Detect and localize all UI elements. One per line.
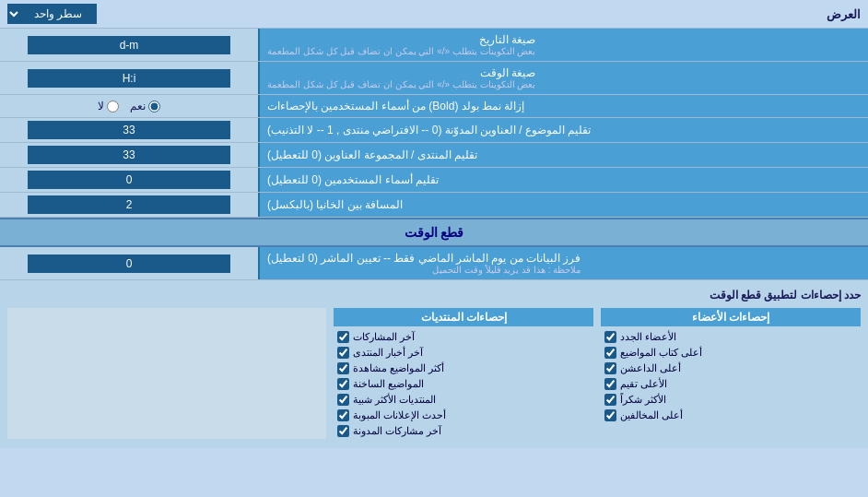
most-viewed-checkbox[interactable] [337,362,349,374]
date-format-label: صيغة التاريخ بعض التكوينات يتطلب «/» الت… [258,29,868,61]
new-members-item: الأعضاء الجدد [601,329,861,345]
top-neg-item: أعلى المخالفين [601,408,861,423]
forum-title-input-area [0,118,258,142]
users-align-input[interactable] [28,171,230,189]
top-posters-checkbox[interactable] [604,347,616,359]
last-news-item: آخر أخبار المنتدى [334,345,593,361]
users-align-label: تقليم أسماء المستخدمين (0 للتعطيل) [258,168,868,192]
top-posters-item: أعلى كتاب المواضيع [601,345,861,361]
col-forums-title: إحصاءات المنتديات [334,308,593,326]
top-lurkers-checkbox[interactable] [604,362,616,374]
forum-group-input[interactable] [28,146,230,164]
date-format-row: صيغة التاريخ بعض التكوينات يتطلب «/» الت… [0,29,868,62]
similar-forums-item: المنتديات الأكثر شبية [334,392,593,408]
last-posts-checkbox[interactable] [337,331,349,343]
section-cutoff-header: قطع الوقت [0,218,868,247]
similar-forums-label: المنتديات الأكثر شبية [353,394,436,406]
top-lurkers-item: أعلى الداعشن [601,361,861,376]
similar-forums-checkbox[interactable] [337,394,349,406]
cutoff-row: فرز البيانات من يوم الماشر الماضي فقط --… [0,247,868,280]
most-thanked-label: الأكثر شكراً [620,394,666,406]
date-format-input-area [0,29,258,61]
top-posters-label: أعلى كتاب المواضيع [620,347,702,359]
users-align-row: تقليم أسماء المستخدمين (0 للتعطيل) [0,168,868,193]
time-format-input-area [0,62,258,94]
display-select[interactable]: سطر واحد سطرين [7,4,97,24]
new-members-label: الأعضاء الجدد [620,331,676,343]
last-collab-checkbox[interactable] [337,425,349,437]
top-lurkers-label: أعلى الداعشن [620,362,681,374]
last-collab-label: آخر مشاركات المدونة [353,425,441,437]
bold-no-radio[interactable] [107,101,119,112]
cutoff-input-area [0,247,258,279]
top-raters-item: الأعلى تقيم [601,376,861,392]
top-neg-label: أعلى المخالفين [620,409,683,421]
last-news-label: آخر أخبار المنتدى [353,347,423,359]
gap-input-area [0,193,258,217]
cutoff-input[interactable] [28,254,230,273]
main-container: العرض سطر واحد سطرين صيغة التاريخ بعض ال… [0,0,868,448]
display-label: العرض [827,7,861,21]
time-format-input[interactable] [28,69,230,88]
forum-group-input-area [0,143,258,167]
forum-group-label: تقليم المنتدى / المجموعة العناوين (0 للت… [258,143,868,167]
most-viewed-item: أكثر المواضيع مشاهدة [334,361,593,376]
users-align-input-area [0,168,258,192]
new-members-checkbox[interactable] [604,331,616,343]
last-posts-item: آخر المشاركات [334,329,593,345]
stats-define-row: حدد إحصاءات لتطبيق قطع الوقت [7,286,861,304]
most-thanked-checkbox[interactable] [604,394,616,406]
forum-group-row: تقليم المنتدى / المجموعة العناوين (0 للت… [0,143,868,168]
checkbox-col-members: إحصاءات الأعضاء الأعضاء الجدد أعلى كتاب … [601,308,861,439]
top-neg-checkbox[interactable] [604,409,616,421]
col-members-title: إحصاءات الأعضاء [601,308,861,326]
hot-topics-checkbox[interactable] [337,378,349,390]
checkboxes-area: إحصاءات الأعضاء الأعضاء الجدد أعلى كتاب … [7,304,861,443]
bold-remove-input-area: نعم لا [0,95,258,117]
display-row: العرض سطر واحد سطرين [0,0,868,29]
most-viewed-label: أكثر المواضيع مشاهدة [353,362,444,374]
cutoff-label: فرز البيانات من يوم الماشر الماضي فقط --… [258,247,868,279]
gap-row: المسافة بين الخانيا (بالبكسل) [0,193,868,218]
bold-yes-radio[interactable] [148,101,160,112]
most-thanked-item: الأكثر شكراً [601,392,861,408]
stats-define-label: حدد إحصاءات لتطبيق قطع الوقت [710,289,861,302]
bold-remove-row: إزالة نمط بولد (Bold) من أسماء المستخدمي… [0,95,868,118]
top-raters-checkbox[interactable] [604,378,616,390]
last-collab-item: آخر مشاركات المدونة [334,423,593,439]
top-raters-label: الأعلى تقيم [620,378,667,390]
stats-section: حدد إحصاءات لتطبيق قطع الوقت إحصاءات الأ… [0,280,868,448]
forum-title-input[interactable] [28,121,230,139]
time-format-label: صيغة الوقت بعض التكوينات يتطلب «/» التي … [258,62,868,94]
bold-remove-label: إزالة نمط بولد (Bold) من أسماء المستخدمي… [258,95,868,117]
recent-ads-item: أحدث الإعلانات المبوبة [334,408,593,423]
last-posts-label: آخر المشاركات [353,331,415,343]
recent-ads-checkbox[interactable] [337,409,349,421]
checkbox-col-right [7,308,326,439]
gap-input[interactable] [28,195,230,214]
bold-yes-label[interactable]: نعم [130,100,160,112]
last-news-checkbox[interactable] [337,347,349,359]
hot-topics-item: المواضيع الساخنة [334,376,593,392]
hot-topics-label: المواضيع الساخنة [353,378,424,390]
checkbox-col-forums: إحصاءات المنتديات آخر المشاركات آخر أخبا… [334,308,593,439]
forum-title-row: تقليم الموضوع / العناوين المدوّنة (0 -- … [0,118,868,143]
forum-title-label: تقليم الموضوع / العناوين المدوّنة (0 -- … [258,118,868,142]
date-format-input[interactable] [28,36,230,54]
time-format-row: صيغة الوقت بعض التكوينات يتطلب «/» التي … [0,62,868,95]
recent-ads-label: أحدث الإعلانات المبوبة [353,409,446,421]
gap-label: المسافة بين الخانيا (بالبكسل) [258,193,868,217]
bold-no-label[interactable]: لا [98,100,119,112]
